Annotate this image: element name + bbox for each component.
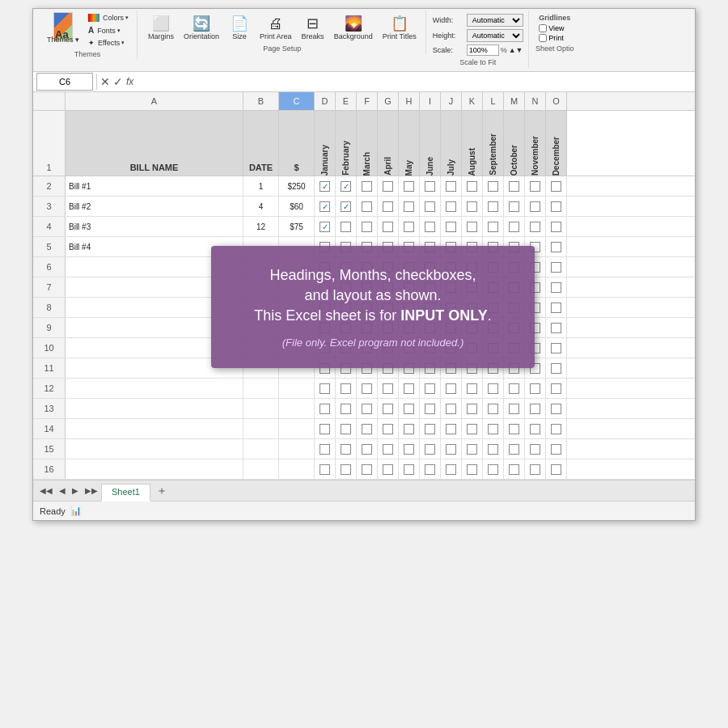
cell-bill-13[interactable] — [66, 399, 243, 418]
checkbox-may-4[interactable] — [404, 222, 414, 232]
cell-date-2[interactable]: 1 — [243, 176, 279, 196]
checkbox-nov-4[interactable] — [530, 222, 540, 232]
checkbox-feb-15[interactable] — [341, 444, 351, 455]
checkbox-dec-10[interactable] — [551, 343, 561, 353]
checkbox-jul-16[interactable] — [446, 464, 456, 475]
col-header-e[interactable]: E — [336, 92, 357, 110]
cell-may-2[interactable] — [399, 176, 420, 196]
col-header-d[interactable]: D — [315, 92, 336, 110]
cell-jan-2[interactable] — [315, 176, 336, 196]
cell-dec-3[interactable] — [546, 197, 567, 216]
cell-apr-16[interactable] — [378, 459, 399, 479]
nav-first[interactable]: ◀◀ — [36, 485, 56, 497]
checkbox-may-12[interactable] — [404, 383, 414, 394]
checkbox-jun-15[interactable] — [425, 444, 435, 455]
checkbox-apr-16[interactable] — [383, 464, 393, 475]
cell-aug-16[interactable] — [462, 459, 483, 479]
cell-jun-13[interactable] — [420, 399, 441, 418]
checkbox-feb-2[interactable] — [341, 181, 351, 192]
checkbox-jan-15[interactable] — [320, 444, 330, 455]
height-select[interactable]: Automatic — [467, 29, 523, 42]
cell-jan-15[interactable] — [315, 439, 336, 459]
cell-jun-3[interactable] — [420, 197, 441, 216]
cell-dec-4[interactable] — [546, 217, 567, 236]
cell-may-4[interactable] — [399, 217, 420, 236]
nav-last[interactable]: ▶▶ — [82, 485, 101, 497]
cell-nov-4[interactable] — [525, 217, 546, 236]
cell-jul-4[interactable] — [441, 217, 462, 236]
cell-mar-4[interactable] — [357, 217, 378, 236]
cell-jan-16[interactable] — [315, 459, 336, 479]
view-checkbox[interactable] — [539, 24, 547, 32]
col-header-j[interactable]: J — [441, 92, 462, 110]
checkbox-jan-3[interactable] — [320, 201, 330, 212]
col-header-a[interactable]: A — [66, 92, 243, 110]
cell-apr-3[interactable] — [378, 197, 399, 216]
cell-date-13[interactable] — [243, 399, 279, 418]
checkbox-sep-13[interactable] — [488, 404, 498, 414]
checkbox-dec-13[interactable] — [551, 404, 561, 414]
cell-jul-16[interactable] — [441, 459, 462, 479]
cell-jun-12[interactable] — [420, 379, 441, 398]
cell-apr-13[interactable] — [378, 399, 399, 418]
nav-next[interactable]: ▶ — [69, 485, 82, 497]
checkbox-aug-4[interactable] — [467, 222, 477, 232]
cell-feb-2[interactable] — [336, 176, 357, 196]
cell-jul-13[interactable] — [441, 399, 462, 418]
background-button[interactable]: 🌄 Background — [330, 12, 377, 43]
cell-jan-3[interactable] — [315, 197, 336, 216]
checkbox-jul-14[interactable] — [446, 424, 456, 434]
cell-feb-4[interactable] — [336, 217, 357, 236]
cell-apr-4[interactable] — [378, 217, 399, 236]
cell-bill-2[interactable]: Bill #1 — [66, 176, 243, 196]
cell-amount-16[interactable] — [279, 459, 315, 479]
col-header-k[interactable]: K — [462, 92, 483, 110]
checkbox-dec-5[interactable] — [551, 242, 561, 252]
cell-apr-14[interactable] — [378, 419, 399, 438]
checkbox-dec-7[interactable] — [551, 282, 561, 293]
checkbox-dec-14[interactable] — [551, 424, 561, 434]
cell-dec-6[interactable] — [546, 257, 567, 277]
cell-sep-15[interactable] — [483, 439, 504, 459]
checkbox-mar-2[interactable] — [362, 181, 372, 192]
checkbox-nov-13[interactable] — [530, 404, 540, 414]
cell-oct-3[interactable] — [504, 197, 525, 216]
checkbox-feb-16[interactable] — [341, 464, 351, 475]
checkbox-jun-2[interactable] — [425, 181, 435, 192]
checkbox-sep-3[interactable] — [488, 201, 498, 212]
cell-aug-12[interactable] — [462, 379, 483, 398]
cell-may-14[interactable] — [399, 419, 420, 438]
checkbox-feb-13[interactable] — [341, 404, 351, 414]
checkbox-jan-4[interactable] — [320, 222, 330, 232]
cell-aug-14[interactable] — [462, 419, 483, 438]
cell-jan-12[interactable] — [315, 379, 336, 398]
cell-jun-15[interactable] — [420, 439, 441, 459]
cell-nov-16[interactable] — [525, 459, 546, 479]
cell-amount-12[interactable] — [279, 379, 315, 398]
checkbox-nov-16[interactable] — [530, 464, 540, 475]
cell-jun-4[interactable] — [420, 217, 441, 236]
checkbox-dec-16[interactable] — [551, 464, 561, 475]
confirm-icon[interactable]: ✓ — [113, 75, 123, 88]
checkbox-dec-11[interactable] — [551, 363, 561, 374]
cell-bill-4[interactable]: Bill #3 — [66, 217, 243, 236]
cell-jun-16[interactable] — [420, 459, 441, 479]
cell-sep-14[interactable] — [483, 419, 504, 438]
cell-jan-4[interactable] — [315, 217, 336, 236]
cell-feb-14[interactable] — [336, 419, 357, 438]
checkbox-jan-13[interactable] — [320, 404, 330, 414]
checkbox-jul-12[interactable] — [446, 383, 456, 394]
cell-may-16[interactable] — [399, 459, 420, 479]
cell-sep-13[interactable] — [483, 399, 504, 418]
checkbox-nov-14[interactable] — [530, 424, 540, 434]
checkbox-dec-9[interactable] — [551, 323, 561, 333]
cell-bill-16[interactable] — [66, 459, 243, 479]
checkbox-mar-13[interactable] — [362, 404, 372, 414]
cell-jul-2[interactable] — [441, 176, 462, 196]
cell-amount-4[interactable]: $75 — [279, 217, 315, 236]
cell-mar-13[interactable] — [357, 399, 378, 418]
checkbox-jul-15[interactable] — [446, 444, 456, 455]
cell-mar-12[interactable] — [357, 379, 378, 398]
cell-date-16[interactable] — [243, 459, 279, 479]
checkbox-dec-2[interactable] — [551, 181, 561, 192]
